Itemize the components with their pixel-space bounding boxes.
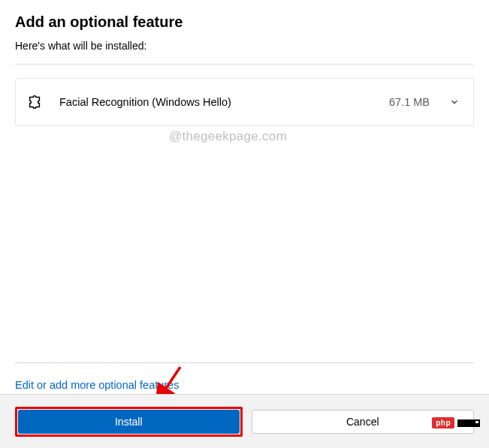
puzzle-icon [26, 94, 43, 110]
feature-row[interactable]: Facial Recognition (Windows Hello) 67.1 … [15, 78, 474, 126]
feature-name: Facial Recognition (Windows Hello) [59, 96, 389, 108]
install-button[interactable]: Install [18, 410, 240, 434]
watermark-text: @thegeekpage.com [169, 129, 287, 144]
page-title: Add an optional feature [15, 14, 474, 31]
install-highlight: Install [15, 407, 243, 437]
feature-size: 67.1 MB [389, 96, 430, 108]
feature-list: Facial Recognition (Windows Hello) 67.1 … [15, 64, 474, 126]
chevron-down-icon [449, 97, 460, 107]
button-bar: Install Cancel [0, 394, 489, 448]
page-subtitle: Here's what will be installed: [15, 40, 474, 52]
edit-features-link[interactable]: Edit or add more optional features [15, 379, 179, 391]
cancel-button[interactable]: Cancel [252, 410, 475, 434]
